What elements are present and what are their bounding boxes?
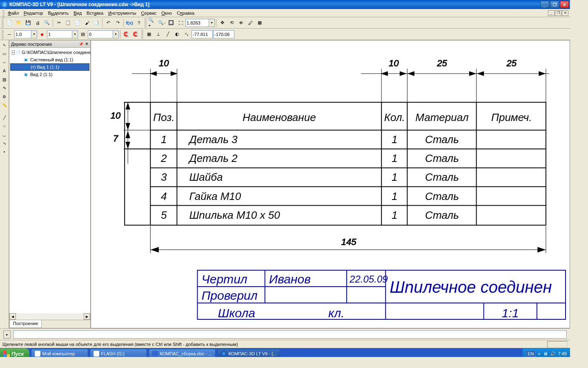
chevron-down-icon[interactable]: ▼ bbox=[31, 30, 37, 38]
line-weight-input[interactable] bbox=[14, 30, 31, 38]
menu-tools[interactable]: Инструменты bbox=[106, 10, 139, 16]
zoom-fit-icon[interactable]: ⛶ bbox=[176, 18, 185, 27]
ortho-icon[interactable]: ⊥ bbox=[154, 30, 163, 39]
line-tool-icon[interactable]: ╱ bbox=[0, 113, 9, 121]
layer-input[interactable] bbox=[47, 30, 72, 38]
scroll-left-icon[interactable]: ◀ bbox=[9, 313, 16, 320]
magnet-off-icon[interactable]: 🧲 bbox=[131, 30, 140, 39]
view-icon[interactable]: 👁 bbox=[236, 18, 245, 27]
layer-icon[interactable]: ▤ bbox=[78, 30, 87, 39]
tree-node-view2[interactable]: ▣ Вид 2 (1:1) bbox=[10, 71, 89, 78]
line-style-icon[interactable]: ─ bbox=[5, 30, 14, 39]
tray-expand-icon[interactable]: « bbox=[538, 351, 540, 356]
cut-icon[interactable]: ✂ bbox=[54, 18, 63, 27]
fx-icon[interactable]: f(x) bbox=[125, 18, 134, 27]
collapse-icon[interactable]: − bbox=[12, 50, 15, 55]
lang-indicator[interactable]: EN bbox=[526, 350, 535, 357]
spline-tool-icon[interactable]: ∿ bbox=[0, 139, 9, 147]
line-weight-combo[interactable]: ▼ bbox=[14, 30, 37, 38]
help-icon[interactable]: ? bbox=[134, 18, 143, 27]
menu-help[interactable]: Справка bbox=[174, 10, 197, 16]
coord-y-input[interactable] bbox=[213, 30, 234, 38]
menu-window[interactable]: Окно bbox=[159, 10, 174, 16]
scroll-right-icon[interactable]: ▶ bbox=[84, 313, 90, 320]
redo-icon[interactable]: ↷ bbox=[113, 18, 122, 27]
chevron-down-icon[interactable]: ▼ bbox=[113, 30, 119, 38]
chevron-down-icon[interactable]: ▼ bbox=[72, 30, 78, 38]
grip[interactable] bbox=[2, 18, 4, 27]
tree-root[interactable]: − 📄 G:\КОМПАС\Шпилечное соединен bbox=[10, 49, 89, 56]
print-icon[interactable]: 🖨 bbox=[33, 18, 42, 27]
start-button[interactable]: Пуск bbox=[0, 348, 29, 357]
layers-icon[interactable]: ▦ bbox=[255, 18, 264, 27]
close-button[interactable]: ✕ bbox=[560, 1, 569, 8]
arc-tool-icon[interactable]: ◡ bbox=[0, 130, 9, 139]
scroll-track[interactable] bbox=[16, 313, 84, 320]
grip[interactable] bbox=[141, 30, 143, 39]
hatch-tool-icon[interactable]: ▨ bbox=[0, 75, 9, 83]
mdi-restore[interactable]: ❐ bbox=[555, 10, 561, 16]
menu-edit[interactable]: Редактор bbox=[21, 10, 45, 16]
menu-select[interactable]: Выделить bbox=[45, 10, 71, 16]
open-icon[interactable]: 📁 bbox=[14, 18, 23, 27]
zoom-in-icon[interactable]: 🔍+ bbox=[148, 18, 157, 27]
task-flash[interactable]: FLASH (G:) bbox=[90, 349, 147, 357]
color-icon[interactable]: ■ bbox=[38, 30, 47, 39]
state-combo[interactable]: ▼ bbox=[88, 30, 119, 38]
preview-icon[interactable]: 🔍 bbox=[42, 18, 51, 27]
format-icon[interactable]: 🖌 bbox=[82, 18, 91, 27]
save-icon[interactable]: 💾 bbox=[24, 18, 33, 27]
zoom-combo[interactable]: ▼ bbox=[185, 19, 215, 27]
drawing-canvas[interactable]: 10 10 25 25 10 7 bbox=[91, 40, 570, 328]
axis-icon[interactable]: ╱ bbox=[163, 30, 172, 39]
rect-tool-icon[interactable]: ▭ bbox=[0, 49, 9, 58]
zoom-window-icon[interactable]: 🔲 bbox=[167, 18, 176, 27]
redraw-icon[interactable]: 🖊 bbox=[246, 18, 255, 27]
task-word[interactable]: КОМПАС_сборка.doc - ... bbox=[149, 349, 216, 357]
snap-icon[interactable]: ◐ bbox=[173, 30, 182, 39]
tree-node-system-view[interactable]: ▣ Системный вид (1:1) bbox=[10, 56, 89, 63]
magnet-on-icon[interactable]: 🧲 bbox=[122, 30, 131, 39]
grid-icon[interactable]: ▦ bbox=[145, 30, 154, 39]
pin-icon[interactable]: 📌 bbox=[79, 42, 83, 46]
param-tool-icon[interactable]: ⚙ bbox=[0, 92, 9, 101]
select-tool-icon[interactable]: ↖ bbox=[0, 41, 9, 49]
coord-x-input[interactable] bbox=[192, 30, 213, 38]
tray-icon[interactable]: 🔊 bbox=[550, 351, 556, 357]
copy-icon[interactable]: 📋 bbox=[64, 18, 73, 27]
grip[interactable] bbox=[145, 18, 147, 27]
maximize-button[interactable]: ❐ bbox=[550, 1, 559, 8]
menu-view[interactable]: Вид bbox=[71, 10, 84, 16]
text-tool-icon[interactable]: A bbox=[0, 67, 9, 75]
mdi-minimize[interactable]: _ bbox=[548, 10, 555, 16]
menu-insert[interactable]: Вставка bbox=[84, 10, 106, 16]
edit-tool-icon[interactable]: ✎ bbox=[0, 84, 9, 92]
zoom-input[interactable] bbox=[185, 19, 209, 27]
minimize-button[interactable]: _ bbox=[540, 1, 549, 8]
close-panel-icon[interactable]: ✕ bbox=[85, 41, 89, 47]
task-kompas[interactable]: КОМПАС-3D LT V9 - [... bbox=[217, 349, 280, 357]
measure-tool-icon[interactable]: 📏 bbox=[0, 101, 9, 109]
grip[interactable] bbox=[2, 9, 4, 18]
expand-icon[interactable]: ▸ bbox=[3, 330, 11, 339]
tree-body[interactable]: − 📄 G:\КОМПАС\Шпилечное соединен ▣ Систе… bbox=[9, 48, 90, 313]
tree-hscroll[interactable]: ◀ ▶ bbox=[9, 313, 90, 320]
paste-icon[interactable]: 📄 bbox=[73, 18, 82, 27]
circle-tool-icon[interactable]: ○ bbox=[0, 122, 9, 130]
dimension-tool-icon[interactable]: ↔ bbox=[0, 58, 9, 66]
command-input[interactable] bbox=[13, 330, 567, 339]
tab-build[interactable]: Построение bbox=[9, 320, 42, 328]
state-input[interactable] bbox=[88, 30, 113, 38]
pan-icon[interactable]: ✥ bbox=[218, 18, 227, 27]
menu-service[interactable]: Сервис bbox=[139, 10, 159, 16]
layer-combo[interactable]: ▼ bbox=[47, 30, 78, 38]
grip[interactable] bbox=[2, 30, 4, 39]
clock[interactable]: 7:49 bbox=[558, 351, 567, 356]
mdi-close[interactable]: ✕ bbox=[562, 10, 568, 16]
undo-icon[interactable]: ↶ bbox=[104, 18, 113, 27]
menu-file[interactable]: Файл bbox=[5, 10, 21, 16]
properties-icon[interactable]: 📑 bbox=[92, 18, 101, 27]
new-icon[interactable]: 📄 bbox=[5, 18, 14, 27]
rotate-icon[interactable]: ⟲ bbox=[227, 18, 236, 27]
task-my-computer[interactable]: Мой компьютер bbox=[31, 349, 88, 357]
